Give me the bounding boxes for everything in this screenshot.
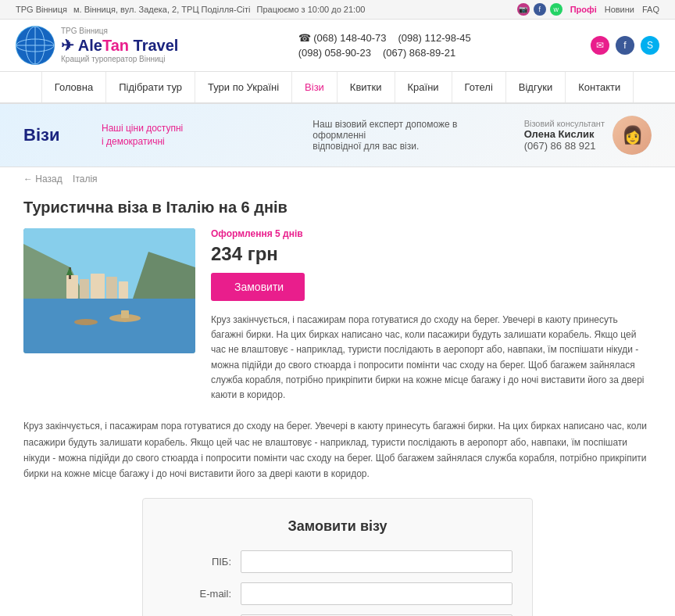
email-icon[interactable]: ✉ [591,36,609,55]
product-image [23,228,195,353]
expert-avatar: 👩 [612,116,652,155]
visa-expert-line1: Наш візовий експерт допоможе в оформленн… [312,119,508,141]
name-input[interactable] [241,550,512,573]
logo-brand: ✈ AleTan Travel [61,36,178,55]
full-description: Круз закінчується, і пасажирам пора готу… [23,418,652,482]
facebook-contact-icon[interactable]: f [616,36,634,55]
email-label: E-mail: [162,588,241,600]
skype-icon[interactable]: S [641,36,659,55]
processing-time: Оформлення 5 днів [211,228,652,239]
visa-expert: Візовий консультант Олена Кислик (067) 8… [524,116,652,155]
product-section: Оформлення 5 днів 234 грн Замовити Круз … [23,228,652,403]
address-text: м. Вінниця, вул. Задека, 2, ТРЦ Поділля-… [73,5,251,14]
header-contact-icons: ✉ f S [591,36,659,55]
svg-rect-13 [119,281,128,299]
breadcrumb: ← Назад Італія [0,167,675,191]
svg-rect-11 [91,274,105,299]
expert-name: Олена Кислик [524,128,605,140]
email-input[interactable] [241,582,512,605]
phone2: (098) 112-98-45 [398,32,471,44]
nav-countries[interactable]: Країни [395,72,452,102]
logo-text: TPG Вінниця ✈ AleTan Travel Кращий туроп… [61,27,178,64]
company-name: TPG Вінниця [16,5,67,14]
breadcrumb-italy[interactable]: Італія [73,174,98,184]
header-phones: ☎ (068) 148-40-73 (098) 112-98-45 (098) … [298,32,471,59]
main-content: Туристична віза в Італію на 6 днів [0,191,675,616]
nav-contacts[interactable]: Контакти [566,72,634,102]
breadcrumb-back[interactable]: ← Назад [23,174,62,184]
visa-hero: Візи Наші ціни доступні і демократичні Н… [0,104,675,167]
logo-globe [16,26,55,65]
nav-pick-tour[interactable]: Підібрати тур [106,72,195,102]
top-bar-left: TPG Вінниця м. Вінниця, вул. Задека, 2, … [16,5,365,14]
visa-expert-line2: відповідної для вас візи. [312,141,508,152]
product-price: 234 грн [211,243,652,265]
nav-hotels[interactable]: Готелі [452,72,506,102]
svg-rect-15 [121,310,129,318]
svg-rect-9 [66,275,78,299]
header: TPG Вінниця ✈ AleTan Travel Кращий туроп… [0,20,675,72]
form-title: Замовити візу [162,518,512,535]
hours-text: Працюємо з 10:00 до 21:00 [257,5,366,14]
nav-tickets[interactable]: Квитки [338,72,395,102]
phone3: (098) 058-90-23 [298,47,371,59]
expert-label: Візовий консультант [524,119,605,128]
name-label: ПІБ: [162,556,241,568]
instagram-icon[interactable]: 📷 [517,3,530,16]
nav-reviews[interactable]: Відгуки [506,72,566,102]
visa-section-title: Візи [23,125,86,145]
logo-tpg: TPG Вінниця [61,27,178,36]
product-info: Оформлення 5 днів 234 грн Замовити Круз … [211,228,652,403]
social-icons: 📷 f w [517,3,562,16]
main-nav: Головна Підібрати тур Тури по Україні Ві… [0,72,675,104]
nav-tours-ukraine[interactable]: Тури по Україні [195,72,292,102]
expert-phone: (067) 86 88 921 [524,140,605,152]
svg-rect-10 [80,279,89,299]
svg-rect-12 [106,277,117,299]
phone4: (067) 868-89-21 [383,47,455,59]
product-description: Круз закінчується, і пасажирам пора готу… [211,313,652,403]
facebook-icon[interactable]: f [534,3,546,16]
page-title: Туристична віза в Італію на 6 днів [23,199,652,217]
logo-sub: Кращий туроператор Вінниці [61,55,178,64]
top-bar-right: 📷 f w Профі Новини FAQ [517,3,659,16]
visa-info-line1: Наші ціни доступні [102,122,297,135]
faq-link[interactable]: FAQ [642,5,659,14]
top-bar: TPG Вінниця м. Вінниця, вул. Задека, 2, … [0,0,675,20]
visa-info-line2: і демократичні [102,135,297,149]
novyny-link[interactable]: Новини [605,5,634,14]
nav-home[interactable]: Головна [41,72,106,102]
order-button[interactable]: Замовити [211,273,305,301]
profi-link[interactable]: Профі [570,5,597,14]
svg-rect-6 [23,299,195,353]
visa-form-section: Замовити візу ПІБ: E-mail: Ваш коментар … [142,498,533,616]
whatsapp-icon[interactable]: w [550,3,562,16]
visa-hero-info: Наші ціни доступні і демократичні [102,122,297,149]
logo[interactable]: TPG Вінниця ✈ AleTan Travel Кращий туроп… [16,26,178,65]
form-name-row: ПІБ: [162,550,512,573]
svg-point-16 [74,319,98,325]
phone1: ☎ (068) 148-40-73 [298,32,387,44]
nav-visas[interactable]: Візи [292,72,338,102]
expert-avatar-image: 👩 [612,116,652,155]
form-email-row: E-mail: [162,582,512,605]
